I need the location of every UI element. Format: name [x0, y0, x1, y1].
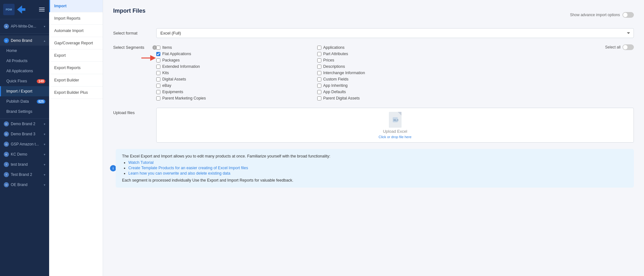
segment-label-interchange-info[interactable]: Interchange Information [323, 71, 365, 75]
segment-label-prices[interactable]: Prices [323, 58, 334, 62]
segments-row: Select Segments i Items [113, 44, 634, 101]
sidebar-item-all-products[interactable]: All Products [0, 56, 49, 66]
excel-icon: XLS [392, 117, 398, 123]
sidebar-item-quick-fixes[interactable]: Quick Fixes 149 [0, 76, 49, 86]
secondary-nav-export-builder[interactable]: Export Builder [49, 74, 103, 87]
sidebar-item-test-brand[interactable]: T test brand ▾ [0, 159, 49, 170]
sidebar-item-gsp-amazon[interactable]: G GSP Amazon t... ▾ [0, 139, 49, 149]
secondary-nav-export-reports[interactable]: Export Reports [49, 62, 103, 74]
app-logo-area: PDM [0, 0, 49, 19]
segment-label-extended-info[interactable]: Extended Information [162, 64, 200, 69]
secondary-nav-export[interactable]: Export [49, 49, 103, 62]
segment-checkbox-applications[interactable] [317, 46, 321, 50]
kc-demo-icon: K [4, 152, 9, 157]
demo-brand-2-icon: D [4, 121, 9, 126]
upload-label: Upload files [113, 108, 151, 115]
sidebar-item-test-brand-2[interactable]: T Test Brand 2 ▾ [0, 170, 49, 180]
secondary-nav-import[interactable]: Import [49, 0, 103, 12]
segment-checkbox-ebay[interactable] [156, 84, 160, 88]
info-box-links: Watch Tutorial Create Template Products … [128, 160, 628, 176]
segment-checkbox-parent-marketing[interactable] [156, 96, 160, 100]
secondary-nav-export-builder-plus[interactable]: Export Builder Plus [49, 87, 103, 99]
segment-checkbox-flat-applications[interactable] [156, 52, 160, 56]
upload-dropzone[interactable]: XLS Upload Excel Click or drop file here [156, 108, 634, 143]
segment-item-ebay: eBay [156, 82, 312, 89]
secondary-nav-automate-import[interactable]: Automate Import [49, 25, 103, 37]
segment-item-packages: Packages [156, 57, 312, 63]
gsp-amazon-chevron: ▾ [44, 143, 45, 146]
advance-options-toggle[interactable] [622, 12, 634, 18]
segment-label-items[interactable]: Items [162, 45, 172, 50]
select-all-col: Select all [478, 44, 634, 50]
hamburger-button[interactable] [38, 6, 46, 13]
segment-checkbox-app-inheriting[interactable] [317, 84, 321, 88]
segment-label-digital-assets[interactable]: Digital Assets [162, 77, 186, 81]
segment-label-custom-fields[interactable]: Custom Fields [323, 77, 349, 81]
sidebar-item-demo-brand-2[interactable]: D Demo Brand 2 ▾ [0, 119, 49, 129]
segment-checkbox-items[interactable] [156, 46, 160, 50]
segment-checkbox-prices[interactable] [317, 58, 321, 62]
segment-checkbox-custom-fields[interactable] [317, 77, 321, 81]
segment-label-app-inheriting[interactable]: App Inheriting [323, 83, 348, 88]
segment-label-flat-applications[interactable]: Flat Applications [162, 52, 191, 56]
info-link-item-create-template: Create Template Products for an easier c… [128, 166, 628, 170]
segment-label-packages[interactable]: Packages [162, 58, 180, 62]
sidebar-item-import-export[interactable]: Import / Export [0, 86, 49, 96]
sidebar-item-demo-brand-3[interactable]: D Demo Brand 3 ▾ [0, 129, 49, 139]
sidebar-item-demo-brand[interactable]: D Demo Brand ▴ [0, 35, 49, 46]
sidebar-item-brand-settings[interactable]: Brand Settings [0, 106, 49, 117]
segment-label-descriptions[interactable]: Descriptions [323, 64, 345, 69]
segment-label-app-defaults[interactable]: App Defaults [323, 90, 346, 94]
red-arrow-icon [140, 53, 156, 63]
advance-options-toggle-row: Show advance import options [570, 12, 634, 18]
segment-checkbox-kits[interactable] [156, 71, 160, 75]
test-brand-2-chevron: ▾ [44, 173, 45, 177]
segment-label-equipments[interactable]: Equipments [162, 90, 183, 94]
all-applications-label: All Applications [6, 69, 33, 73]
format-select[interactable]: Excel (Full) Excel (Basic) CSV XML [156, 28, 634, 38]
segment-checkbox-extended-info[interactable] [156, 65, 160, 69]
sidebar-item-publish-data[interactable]: Publish Data 625 [0, 96, 49, 106]
segment-item-descriptions: Descriptions [317, 63, 473, 70]
segment-label-ebay[interactable]: eBay [162, 83, 171, 88]
upload-sub[interactable]: Click or drop file here [379, 135, 412, 139]
segments-content: Items Flat Applications Packages Extende… [156, 44, 634, 101]
kc-demo-label: KC Demo [11, 152, 27, 157]
segment-checkbox-digital-assets[interactable] [156, 77, 160, 81]
segment-label-applications[interactable]: Applications [323, 45, 345, 50]
segment-label-parent-digital-assets[interactable]: Parent Digital Assets [323, 96, 360, 100]
learn-overwrite-link[interactable]: Learn how you can overwrite and also del… [128, 171, 230, 176]
segment-item-app-defaults: App Defaults [317, 89, 473, 95]
segment-label-part-attributes[interactable]: Part Attributes [323, 52, 348, 56]
create-template-link[interactable]: Create Template Products for an easier c… [128, 166, 248, 170]
segment-checkbox-descriptions[interactable] [317, 65, 321, 69]
segment-label-parent-marketing[interactable]: Parent Marketing Copies [162, 96, 206, 100]
upload-title: Upload Excel [383, 129, 407, 134]
sidebar-item-home[interactable]: Home [0, 46, 49, 56]
segment-checkbox-packages[interactable] [156, 58, 160, 62]
sidebar-item-all-applications[interactable]: All Applications [0, 66, 49, 76]
segment-checkbox-app-defaults[interactable] [317, 90, 321, 94]
upload-file-icon: XLS [389, 112, 402, 128]
secondary-nav-gap-coverage[interactable]: Gap/Coverage Report [49, 37, 103, 49]
segment-label-kits[interactable]: Kits [162, 71, 169, 75]
info-dot-icon: i [110, 165, 116, 171]
sidebar-item-kc-demo[interactable]: K KC Demo ▾ [0, 149, 49, 159]
import-export-label: Import / Export [6, 89, 32, 93]
test-brand-2-label: Test Brand 2 [11, 172, 32, 177]
sidebar-item-oe-brand[interactable]: O OE Brand ▾ [0, 180, 49, 190]
segment-checkbox-equipments[interactable] [156, 90, 160, 94]
segment-checkbox-part-attributes[interactable] [317, 52, 321, 56]
segment-item-digital-assets: Digital Assets [156, 76, 312, 82]
segment-checkbox-parent-digital-assets[interactable] [317, 96, 321, 100]
select-all-toggle[interactable] [622, 44, 634, 50]
demo-brand-icon: D [4, 38, 9, 43]
top-bar: Import Files Show advance import options [113, 8, 634, 22]
watch-tutorial-link[interactable]: Watch Tutorial [128, 160, 153, 165]
segment-item-app-inheriting: App Inheriting [317, 82, 473, 89]
segment-checkbox-interchange-info[interactable] [317, 71, 321, 75]
other-brands-section: D Demo Brand 2 ▾ D Demo Brand 3 ▾ G GSP … [0, 119, 49, 190]
secondary-nav-import-reports[interactable]: Import Reports [49, 12, 103, 25]
sidebar-item-api-write[interactable]: A API-Write-De... ▾ [0, 21, 49, 31]
info-box-wrapper: i The Excel Export and Import allows you… [113, 149, 634, 188]
